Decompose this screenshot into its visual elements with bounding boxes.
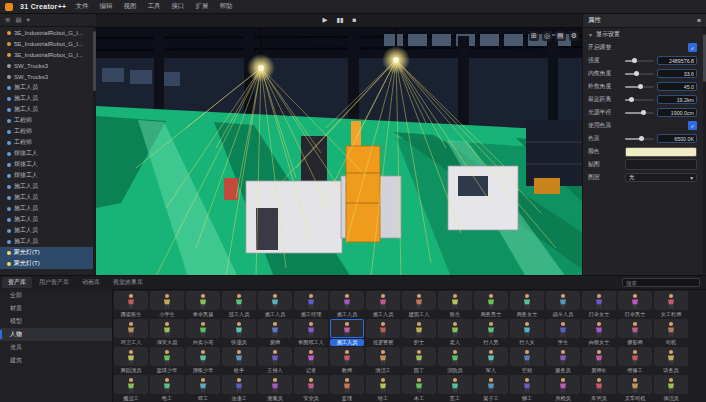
tree-item[interactable]: 工程师	[0, 126, 93, 137]
asset-item[interactable]: 歌手	[222, 347, 256, 374]
menu-文件[interactable]: 文件	[73, 2, 90, 11]
tree-item[interactable]: 施工人员	[0, 203, 93, 214]
asset-item[interactable]: 战斗人员	[546, 291, 580, 318]
asset-item[interactable]: 教师	[330, 347, 364, 374]
tree-item[interactable]: 工程师	[0, 115, 93, 126]
prop-value-input[interactable]: 2489576.8	[657, 56, 697, 65]
tree-item[interactable]: 施工人员	[0, 104, 93, 115]
asset-item[interactable]: 摄影师	[618, 319, 652, 346]
prop-value-input[interactable]: 33.6	[657, 69, 697, 78]
add-icon[interactable]: ⊕	[5, 16, 10, 24]
menu-接口[interactable]: 接口	[169, 2, 186, 11]
asset-item[interactable]: 商务男士	[474, 291, 508, 318]
prop-slider[interactable]	[625, 60, 654, 62]
tree-item[interactable]: 施工人员	[0, 192, 93, 203]
asset-item[interactable]: 监理	[330, 375, 364, 402]
prop-value-input[interactable]: 6500.0K	[657, 134, 697, 143]
asset-item[interactable]: 小学生	[150, 291, 184, 318]
asset-item[interactable]: 清洁工	[366, 347, 400, 374]
tree-item[interactable]: 施工人员	[0, 225, 93, 236]
asset-item[interactable]: 技工人员	[222, 291, 256, 318]
asset-item[interactable]: 女工程师	[654, 291, 688, 318]
asset-item[interactable]: 巡逻警察	[366, 319, 400, 346]
asset-item[interactable]: 保安大叔	[150, 319, 184, 346]
color-swatch[interactable]	[625, 147, 697, 157]
category-全部[interactable]: 全部	[0, 289, 112, 302]
asset-item[interactable]: 架子工	[474, 375, 508, 402]
settings-icon[interactable]: ⚙	[569, 31, 579, 41]
tree-item[interactable]: 3E_IndustrialRobot_G_I...	[0, 49, 93, 60]
stop-button[interactable]: ■	[353, 17, 357, 24]
focus-icon[interactable]: ◎	[542, 31, 552, 41]
panel-menu-icon[interactable]: ≡	[697, 17, 701, 24]
tree-item[interactable]: 施工人员	[0, 82, 93, 93]
asset-item[interactable]: 施工人员	[366, 291, 400, 318]
asset-item[interactable]: 滑板少年	[186, 347, 220, 374]
asset-item[interactable]: 军人	[474, 347, 508, 374]
asset-item[interactable]: 商务女士	[510, 291, 544, 318]
asset-item[interactable]: 打伞男士	[618, 291, 652, 318]
asset-item[interactable]: 瓦工	[438, 375, 472, 402]
tree-item[interactable]: 施工人员	[0, 93, 93, 104]
asset-item[interactable]: 篮球少年	[150, 347, 184, 374]
prop-value-input[interactable]: 1900.0cm	[657, 108, 697, 117]
asset-item[interactable]: 服务员	[546, 347, 580, 374]
asset-item[interactable]: 舞蹈演员	[114, 347, 148, 374]
search-input[interactable]	[622, 278, 700, 287]
menu-帮助[interactable]: 帮助	[217, 2, 234, 11]
tree-item[interactable]: 聚光灯(T)	[0, 247, 93, 258]
asset-item[interactable]: 木工	[402, 375, 436, 402]
asset-item[interactable]: 学生	[546, 319, 580, 346]
tree-item[interactable]: 工程师	[0, 137, 93, 148]
tree-item[interactable]: 焊接工人	[0, 159, 93, 170]
menu-扩展[interactable]: 扩展	[193, 2, 210, 11]
tree-item[interactable]: 焊接工人	[0, 170, 93, 181]
category-模型[interactable]: 模型	[0, 315, 112, 328]
asset-item[interactable]: 施工人员	[258, 291, 292, 318]
prop-checkbox[interactable]: ✓	[688, 121, 697, 130]
texture-slot[interactable]	[625, 159, 697, 170]
asset-item[interactable]: 白领女士	[582, 319, 616, 346]
asset-item[interactable]: 行人女	[510, 319, 544, 346]
prop-value-input[interactable]: 45.0	[657, 82, 697, 91]
asset-item[interactable]: 消防员	[438, 347, 472, 374]
prop-slider[interactable]	[625, 73, 654, 75]
tree-item[interactable]: 3E_IndustrialRobot_G_I...	[0, 27, 93, 38]
asset-item[interactable]: 打伞女士	[582, 291, 616, 318]
menu-视图[interactable]: 视图	[121, 2, 138, 11]
asset-item[interactable]: 质检员	[546, 375, 580, 402]
asset-item[interactable]: 拿图纸工人	[294, 319, 328, 346]
asset-item[interactable]: 主持人	[258, 347, 292, 374]
asset-item[interactable]: 施工经理	[294, 291, 328, 318]
viewport-3d-scene[interactable]: ⊞◎▤⚙	[96, 28, 583, 276]
asset-item[interactable]: 油漆工	[222, 375, 256, 402]
category-材质[interactable]: 材质	[0, 302, 112, 315]
tree-item[interactable]: SW_Trucks3	[0, 60, 93, 71]
asset-item[interactable]: 保洁员	[654, 375, 688, 402]
tab-动画库[interactable]: 动画库	[76, 277, 106, 288]
play-button[interactable]: ▶	[322, 17, 327, 24]
category-道具[interactable]: 道具	[0, 341, 112, 354]
tree-item[interactable]: SW_Trucks3	[0, 71, 93, 82]
prop-checkbox[interactable]: ✓	[688, 43, 697, 52]
menu-编辑[interactable]: 编辑	[97, 2, 114, 11]
asset-item[interactable]: 记者	[294, 347, 328, 374]
grid-icon[interactable]: ⊞	[529, 31, 539, 41]
asset-item[interactable]: 库管员	[582, 375, 616, 402]
asset-item[interactable]: 电工	[150, 375, 184, 402]
list-icon[interactable]: ▤	[15, 16, 21, 24]
asset-item[interactable]: 园丁	[402, 347, 436, 374]
asset-item[interactable]: 蹲姿医生	[114, 291, 148, 318]
asset-item[interactable]: 拿伞男孩	[186, 291, 220, 318]
asset-item[interactable]: 钳工	[366, 375, 400, 402]
asset-item[interactable]: 外卖小哥	[186, 319, 220, 346]
asset-item[interactable]: 搬运工	[114, 375, 148, 402]
asset-item[interactable]: 环卫工人	[114, 319, 148, 346]
section-display-settings[interactable]: ▼ 显示设置	[583, 28, 702, 41]
asset-item[interactable]: 焊工	[186, 375, 220, 402]
asset-item[interactable]: 维修工	[618, 347, 652, 374]
asset-item[interactable]: 医生	[438, 291, 472, 318]
tab-资产库[interactable]: 资产库	[2, 277, 32, 288]
asset-item[interactable]: 快递员	[222, 319, 256, 346]
camera-icon[interactable]: ▤	[555, 31, 566, 41]
